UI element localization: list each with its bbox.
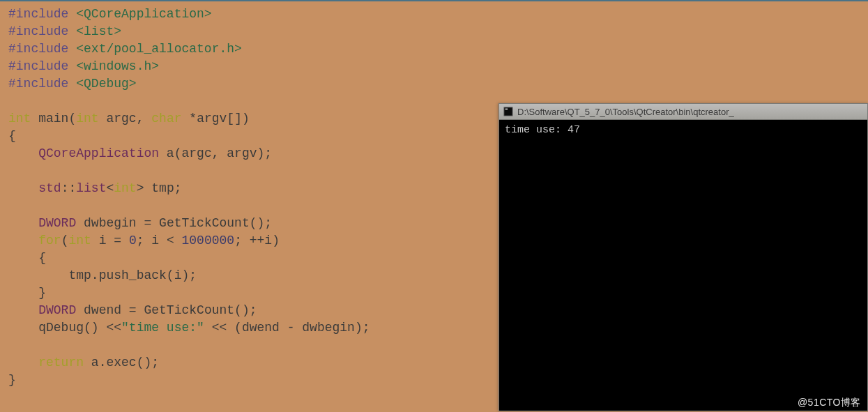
type-dword: DWORD: [38, 303, 76, 317]
include-target: <windows.h>: [76, 59, 159, 73]
include-target: <list>: [76, 24, 121, 38]
op-eq: =: [106, 234, 128, 247]
id-a: a: [167, 146, 174, 160]
console-output[interactable]: time use: 47: [498, 120, 868, 411]
kw-for: for: [38, 234, 61, 247]
id-i: i: [151, 234, 159, 247]
type-std: std: [38, 181, 61, 195]
include-target: <QCoreApplication>: [76, 7, 211, 21]
stmt-push: tmp.push_back(i);: [68, 268, 197, 282]
kw-int: int: [8, 112, 31, 125]
id-dwend: dwend: [84, 303, 121, 317]
pp-include: #include: [8, 77, 68, 91]
type-list: list: [76, 181, 106, 195]
brace-close: }: [8, 373, 16, 387]
type-dword: DWORD: [38, 216, 76, 230]
app-icon: [503, 107, 513, 116]
watermark: @51CTO博客: [798, 397, 861, 409]
args-a: (argc, argv);: [174, 146, 272, 160]
id-i: i: [99, 234, 107, 247]
fn-main: main: [38, 112, 68, 125]
num-limit: 1000000: [182, 234, 235, 247]
type-qcoreapp: QCoreApplication: [38, 146, 159, 160]
include-target: <ext/pool_allocator.h>: [76, 42, 242, 56]
semi: ;: [137, 234, 152, 247]
pp-include: #include: [8, 7, 68, 21]
id-argv: *argv[]: [189, 112, 242, 125]
str-timeuse: "time use:": [121, 321, 204, 335]
expr-tail: << (dwend - dwbegin);: [204, 321, 370, 335]
id-argc: argc: [106, 112, 136, 125]
op-eq: =: [121, 303, 144, 317]
fn-gettick: GetTickCount();: [159, 216, 272, 230]
console-window[interactable]: D:\Software\QT_5_7_0\Tools\QtCreator\bin…: [498, 103, 868, 411]
for-inc: ; ++i): [234, 234, 280, 247]
console-line: time use: 47: [505, 124, 580, 136]
pp-include: #include: [8, 59, 68, 73]
id-dwbegin: dwbegin: [84, 216, 137, 230]
brace-open: {: [38, 251, 46, 265]
svg-rect-1: [505, 109, 508, 110]
pp-include: #include: [8, 24, 68, 38]
kw-int: int: [68, 234, 91, 247]
console-titlebar[interactable]: D:\Software\QT_5_7_0\Tools\QtCreator\bin…: [498, 103, 868, 120]
fn-qdebug: qDebug() <<: [38, 321, 121, 335]
kw-char: char: [151, 112, 181, 125]
kw-int: int: [76, 112, 98, 125]
brace-close: }: [38, 286, 46, 300]
stmt-return: a.exec();: [84, 356, 159, 369]
op-lt: <: [159, 234, 181, 247]
kw-return: return: [38, 356, 84, 369]
kw-int: int: [114, 181, 136, 195]
pp-include: #include: [8, 42, 68, 56]
fn-gettick: GetTickCount();: [144, 303, 257, 317]
include-target: <QDebug>: [76, 77, 136, 91]
id-tmp: tmp;: [151, 181, 181, 195]
paren-open: (: [61, 234, 69, 247]
num-zero: 0: [129, 234, 137, 247]
op-eq: =: [137, 216, 159, 230]
brace-open: {: [8, 129, 16, 143]
console-title-text: D:\Software\QT_5_7_0\Tools\QtCreator\bin…: [517, 107, 734, 117]
